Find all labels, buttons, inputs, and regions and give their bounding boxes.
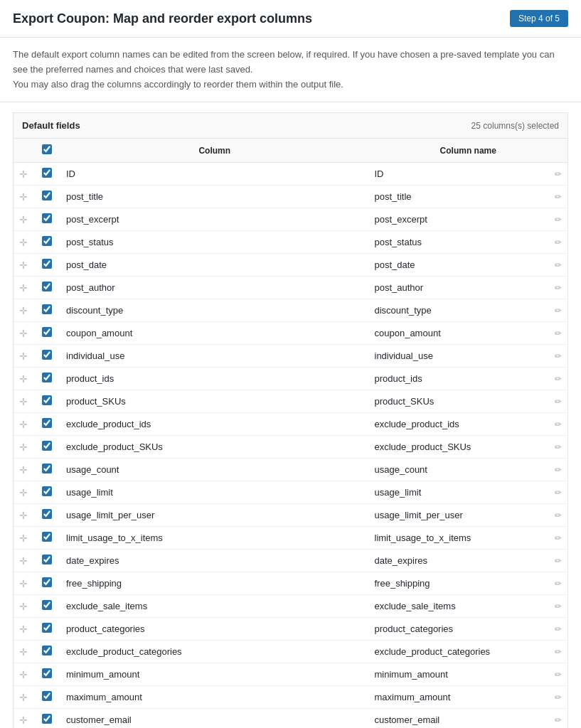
row-checkbox-cell [33,572,60,595]
drag-handle-icon[interactable]: ✛ [19,714,28,726]
row-column-name-cell: coupon_amount ✏ [369,322,568,345]
row-checkbox[interactable] [42,509,52,519]
row-checkbox[interactable] [42,668,52,678]
row-checkbox[interactable] [42,646,52,655]
edit-icon[interactable]: ✏ [555,647,562,657]
table-row: ✛ post_status post_status ✏ [14,231,568,254]
edit-icon[interactable]: ✏ [555,283,562,293]
drag-handle-icon[interactable]: ✛ [19,214,28,225]
row-column-name-text: post_author [375,282,551,293]
drag-handle-icon[interactable]: ✛ [19,419,28,430]
table-row: ✛ ID ID ✏ [14,163,568,186]
drag-handle-cell: ✛ [14,390,34,413]
select-all-checkbox[interactable] [42,144,52,154]
row-checkbox[interactable] [42,236,52,246]
drag-handle-icon[interactable]: ✛ [19,487,28,498]
drag-handle-cell: ✛ [14,231,34,254]
row-checkbox[interactable] [42,259,52,269]
drag-handle-icon[interactable]: ✛ [19,441,28,453]
edit-icon[interactable]: ✏ [555,215,562,225]
drag-handle-icon[interactable]: ✛ [19,305,28,316]
drag-handle-icon[interactable]: ✛ [19,646,28,658]
edit-icon[interactable]: ✏ [555,601,562,611]
row-checkbox[interactable] [42,600,52,610]
drag-handle-icon[interactable]: ✛ [19,282,28,294]
drag-handle-icon[interactable]: ✛ [19,555,28,567]
edit-icon[interactable]: ✏ [555,260,562,270]
edit-icon[interactable]: ✏ [555,442,562,452]
edit-icon[interactable]: ✏ [555,556,562,566]
drag-handle-icon[interactable]: ✛ [19,669,28,680]
drag-handle-cell: ✛ [14,618,34,641]
edit-icon[interactable]: ✏ [555,579,562,589]
row-checkbox[interactable] [42,327,52,337]
edit-icon[interactable]: ✏ [555,715,562,725]
row-checkbox[interactable] [42,486,52,496]
edit-icon[interactable]: ✏ [555,169,562,179]
row-column-id: exclude_product_categories [60,641,369,663]
row-checkbox[interactable] [42,532,52,542]
drag-handle-icon[interactable]: ✛ [19,623,28,635]
row-checkbox[interactable] [42,714,52,724]
edit-icon[interactable]: ✏ [555,397,562,407]
row-column-id: usage_count [60,459,369,481]
edit-icon[interactable]: ✏ [555,533,562,543]
drag-handle-icon[interactable]: ✛ [19,578,28,589]
row-checkbox[interactable] [42,350,52,360]
drag-handle-icon[interactable]: ✛ [19,510,28,521]
row-checkbox[interactable] [42,555,52,564]
edit-icon[interactable]: ✏ [555,374,562,384]
drag-handle-icon[interactable]: ✛ [19,237,28,248]
drag-handle-cell: ✛ [14,641,34,663]
edit-icon[interactable]: ✏ [555,306,562,316]
row-checkbox[interactable] [42,464,52,473]
edit-icon[interactable]: ✏ [555,488,562,498]
drag-handle-icon[interactable]: ✛ [19,464,28,476]
drag-handle-icon[interactable]: ✛ [19,396,28,407]
column-header-row: Column Column name [14,139,568,163]
edit-icon[interactable]: ✏ [555,624,562,634]
row-checkbox[interactable] [42,691,52,701]
table-row: ✛ exclude_product_ids exclude_product_id… [14,413,568,436]
edit-icon[interactable]: ✏ [555,465,562,475]
edit-icon[interactable]: ✏ [555,510,562,520]
row-checkbox[interactable] [42,623,52,633]
description-line1: The default export column names can be e… [13,48,568,77]
row-checkbox-cell [33,436,60,459]
drag-handle-icon[interactable]: ✛ [19,191,28,203]
drag-handle-icon[interactable]: ✛ [19,692,28,703]
row-column-name-cell: date_expires ✏ [369,550,568,572]
row-checkbox[interactable] [42,191,52,200]
row-checkbox[interactable] [42,441,52,451]
table-row: ✛ usage_limit usage_limit ✏ [14,481,568,504]
edit-icon[interactable]: ✏ [555,419,562,429]
drag-handle-icon[interactable]: ✛ [19,328,28,339]
edit-icon[interactable]: ✏ [555,237,562,247]
row-checkbox[interactable] [42,373,52,382]
table-row: ✛ minimum_amount minimum_amount ✏ [14,663,568,686]
drag-handle-icon[interactable]: ✛ [19,601,28,612]
drag-handle-icon[interactable]: ✛ [19,350,28,362]
drag-handle-cell: ✛ [14,186,34,208]
row-checkbox[interactable] [42,282,52,291]
edit-icon[interactable]: ✏ [555,192,562,202]
row-checkbox[interactable] [42,418,52,428]
edit-icon[interactable]: ✏ [555,351,562,361]
row-checkbox[interactable] [42,213,52,223]
drag-handle-icon[interactable]: ✛ [19,259,28,271]
row-column-name-text: date_expires [375,555,551,566]
row-column-name-text: usage_limit [375,487,551,498]
edit-icon[interactable]: ✏ [555,670,562,680]
edit-icon[interactable]: ✏ [555,692,562,702]
drag-handle-icon[interactable]: ✛ [19,532,28,544]
row-checkbox[interactable] [42,577,52,587]
default-fields-section-header[interactable]: Default fields 25 columns(s) selected [14,113,568,139]
drag-handle-icon[interactable]: ✛ [19,168,28,180]
row-checkbox[interactable] [42,304,52,314]
table-row: ✛ exclude_sale_items exclude_sale_items … [14,595,568,618]
drag-handle-icon[interactable]: ✛ [19,373,28,385]
row-column-name-text: post_title [375,191,551,202]
edit-icon[interactable]: ✏ [555,328,562,338]
row-checkbox[interactable] [42,168,52,178]
row-checkbox[interactable] [42,395,52,405]
